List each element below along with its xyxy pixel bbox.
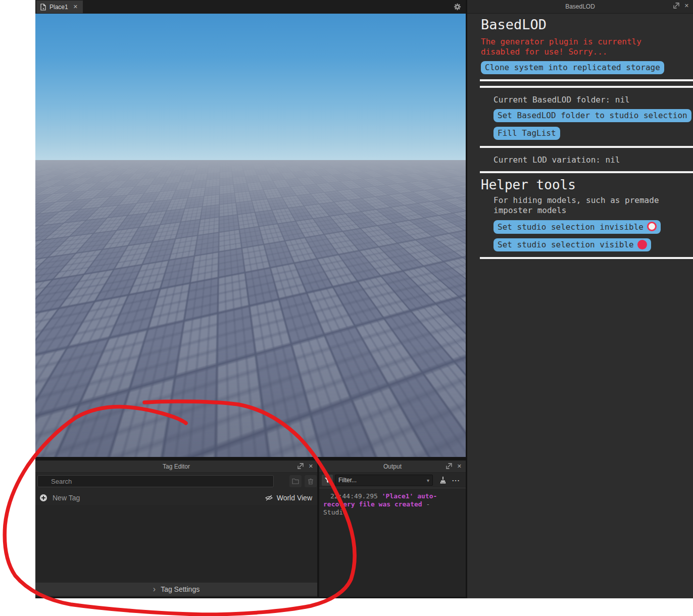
tag-settings-expander[interactable]: › Tag Settings [35, 583, 317, 596]
baseplate-ground [35, 160, 466, 457]
output-header[interactable]: Output ✕ [319, 460, 466, 473]
filter-dropdown[interactable]: Filter... ▾ [335, 475, 433, 486]
ring-icon [647, 222, 657, 231]
divider [480, 86, 693, 88]
add-tag-icon[interactable] [39, 494, 47, 502]
more-options-button[interactable]: ··· [452, 477, 460, 484]
plugin-disabled-warning: The generator plugin is currently disabl… [481, 37, 658, 57]
current-lod-label: Current LOD variation: nil [493, 155, 693, 165]
divider [480, 146, 693, 148]
viewport-tab-bar: Place1 ✕ [35, 0, 466, 14]
set-visible-button[interactable]: Set studio selection visible [493, 238, 651, 251]
helper-tools-description: For hiding models, such as premade impos… [493, 195, 680, 216]
divider [480, 171, 693, 173]
log-entry: 22:44:49.295 'Place1' auto-recovery file… [323, 492, 452, 517]
tag-editor-panel: Tag Editor ✕ New Tag W [35, 460, 317, 597]
filter-dropdown-value: Filter... [338, 477, 357, 484]
clear-output-button[interactable] [439, 476, 447, 485]
helper-tools-title: Helper tools [481, 177, 693, 192]
divider [480, 79, 693, 81]
document-icon [40, 4, 46, 11]
close-icon[interactable]: ✕ [457, 463, 462, 470]
set-invisible-button[interactable]: Set studio selection invisible [493, 220, 661, 234]
new-tag-button[interactable]: New Tag [53, 494, 80, 502]
log-source: Studio [323, 508, 347, 516]
sky [35, 14, 466, 160]
basedlod-title: BasedLOD [481, 17, 693, 32]
filled-circle-icon [637, 240, 647, 249]
world-view-label: World View [277, 494, 312, 502]
set-folder-button[interactable]: Set BasedLOD folder to studio selection [493, 109, 691, 122]
tag-editor-header[interactable]: Tag Editor ✕ [35, 460, 317, 473]
chevron-down-icon: ▾ [427, 478, 429, 483]
tab-place1[interactable]: Place1 ✕ [36, 1, 83, 13]
popout-icon[interactable] [298, 462, 304, 471]
search-input[interactable] [37, 475, 274, 487]
close-icon[interactable]: ✕ [684, 3, 689, 9]
eye-slash-icon [265, 494, 273, 501]
tag-list[interactable] [35, 505, 317, 582]
3d-viewport[interactable] [35, 14, 466, 457]
basedlod-panel-title: BasedLOD [467, 3, 693, 10]
output-toolbar: Filter... ▾ ··· [319, 473, 466, 488]
close-icon[interactable]: ✕ [309, 463, 313, 470]
log-timestamp: 22:44:49.295 [330, 492, 378, 500]
tag-settings-label: Tag Settings [161, 585, 200, 593]
gear-icon[interactable] [454, 3, 461, 11]
filter-funnel-button[interactable] [322, 475, 333, 486]
popout-icon[interactable] [673, 2, 679, 11]
folder-button[interactable] [289, 475, 302, 487]
popout-icon[interactable] [446, 462, 452, 471]
delete-button[interactable] [305, 475, 317, 487]
chevron-right-icon: › [153, 586, 156, 593]
world-view-toggle[interactable]: World View [265, 494, 312, 502]
output-log[interactable]: 22:44:49.295 'Place1' auto-recovery file… [319, 488, 466, 597]
basedlod-panel: BasedLOD ✕ BasedLOD The generator plugin… [466, 0, 693, 598]
tab-close-icon[interactable]: ✕ [73, 4, 78, 10]
divider [480, 257, 693, 259]
tag-editor-title: Tag Editor [35, 463, 317, 470]
output-panel: Output ✕ Filter... ▾ ··· 22:44:49.295 'P… [319, 460, 466, 597]
clone-system-button[interactable]: Clone system into replicated storage [481, 61, 664, 74]
basedlod-header[interactable]: BasedLOD ✕ [467, 0, 693, 14]
output-title: Output [319, 463, 466, 470]
tab-title: Place1 [49, 4, 68, 11]
fill-taglist-button[interactable]: Fill TagList [493, 127, 560, 140]
current-folder-label: Current BasedLOD folder: nil [493, 95, 693, 105]
